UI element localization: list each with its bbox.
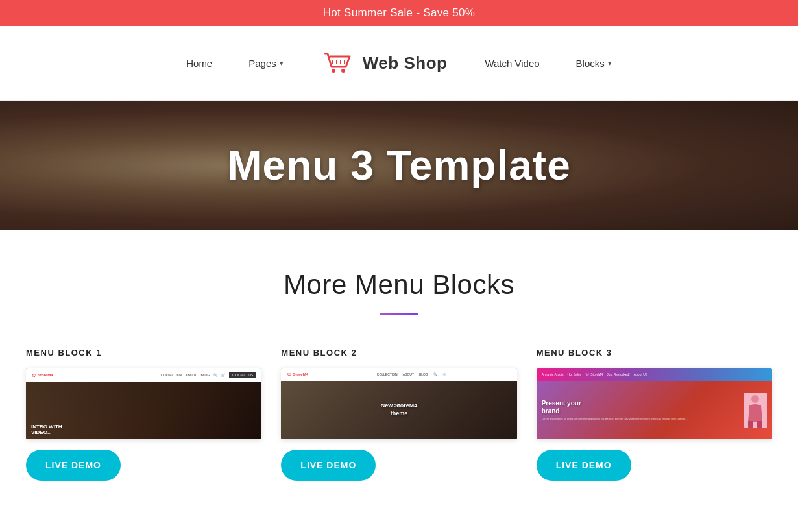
block-3-mini-title: Present yourbrand bbox=[542, 400, 739, 415]
block-1-contact-btn: CONTACT US bbox=[229, 372, 256, 378]
svg-point-12 bbox=[588, 375, 588, 376]
block-1-mini-nav: StoreM4 COLLECTIONABOUTBLOG 🔍🛒 CONTACT U… bbox=[26, 368, 261, 382]
block-3-text-area: Present yourbrand Lorem ipsum dolor sit … bbox=[542, 400, 739, 421]
block-2-preview: StoreM4 COLLECTIONABOUTBLOG 🔍🛒 New Store… bbox=[281, 368, 516, 439]
block-3-nav-item-2: Hot Sales bbox=[568, 372, 582, 376]
blocks-dropdown-arrow: ▾ bbox=[608, 59, 612, 67]
nav-blocks-label: Blocks bbox=[576, 58, 605, 69]
nav-watch-video[interactable]: Watch Video bbox=[466, 58, 557, 69]
svg-point-10 bbox=[289, 376, 290, 376]
blocks-grid: MENU BLOCK 1 StoreM4 COLLECTIONABOUTBLOG… bbox=[26, 348, 772, 481]
block-3-nav-item-4: About US bbox=[634, 372, 647, 376]
nav-blocks[interactable]: Blocks ▾ bbox=[558, 58, 630, 69]
block-3-mini-image bbox=[744, 393, 767, 428]
svg-point-7 bbox=[32, 376, 33, 377]
main-nav: Home Pages ▾ Web Shop Watch Video bbox=[0, 26, 798, 101]
svg-point-8 bbox=[34, 376, 35, 377]
logo-link[interactable]: Web Shop bbox=[302, 46, 467, 80]
block-3-mini-body: Lorem ipsum dolor sit amet, consectetur … bbox=[542, 417, 739, 421]
banner-text: Hot Summer Sale - Save 50% bbox=[323, 6, 476, 19]
section-divider bbox=[380, 313, 418, 315]
svg-point-1 bbox=[332, 69, 335, 73]
svg-rect-0 bbox=[321, 46, 355, 80]
main-content: More Menu Blocks MENU BLOCK 1 StoreM4 CO… bbox=[0, 230, 798, 507]
block-1-mini-text: INTRO WITHVIDEO... bbox=[31, 424, 62, 436]
block-3-mini-nav: Anna de Aradis Hot Sales StoreM4 Just Re… bbox=[537, 368, 772, 381]
menu-block-3: MENU BLOCK 3 Anna de Aradis Hot Sales St… bbox=[537, 348, 772, 481]
svg-point-9 bbox=[288, 376, 289, 376]
block-1-mini-links: COLLECTIONABOUTBLOG 🔍🛒 bbox=[161, 373, 225, 377]
nav-home[interactable]: Home bbox=[168, 58, 230, 69]
nav-pages-label: Pages bbox=[248, 58, 276, 69]
block-3-nav-logo: StoreM4 bbox=[585, 372, 603, 376]
hero-section: Menu 3 Template bbox=[0, 101, 798, 230]
block-2-mini-text: New StoreM4theme bbox=[381, 402, 418, 417]
block-1-preview: StoreM4 COLLECTIONABOUTBLOG 🔍🛒 CONTACT U… bbox=[26, 368, 261, 439]
cart-logo-icon bbox=[321, 46, 355, 80]
top-banner: Hot Summer Sale - Save 50% bbox=[0, 0, 798, 26]
pages-dropdown-arrow: ▾ bbox=[280, 59, 284, 67]
svg-rect-15 bbox=[748, 421, 753, 428]
block-2-live-demo-button[interactable]: LIVE DEMO bbox=[281, 450, 376, 481]
svg-point-11 bbox=[586, 375, 587, 376]
svg-point-2 bbox=[341, 69, 345, 73]
nav-pages[interactable]: Pages ▾ bbox=[230, 58, 302, 69]
block-1-live-demo-button[interactable]: LIVE DEMO bbox=[26, 450, 121, 481]
block-3-nav-item-3: Just Restocked! bbox=[607, 372, 630, 376]
block-3-preview: Anna de Aradis Hot Sales StoreM4 Just Re… bbox=[537, 368, 772, 439]
block-3-label: MENU BLOCK 3 bbox=[537, 348, 772, 357]
block-2-mini-links: COLLECTIONABOUTBLOG 🔍🛒 bbox=[377, 372, 446, 376]
block-2-label: MENU BLOCK 2 bbox=[281, 348, 516, 357]
section-title: More Menu Blocks bbox=[26, 269, 772, 300]
nav-inner: Home Pages ▾ Web Shop Watch Video bbox=[42, 46, 756, 80]
block-2-mini-logo: StoreM4 bbox=[286, 372, 308, 377]
block-3-live-demo-button[interactable]: LIVE DEMO bbox=[537, 450, 631, 481]
block-2-mini-hero: New StoreM4theme bbox=[281, 381, 516, 439]
logo-text: Web Shop bbox=[363, 53, 448, 73]
block-3-mini-hero: Present yourbrand Lorem ipsum dolor sit … bbox=[537, 381, 772, 439]
svg-point-14 bbox=[751, 395, 759, 403]
menu-block-1: MENU BLOCK 1 StoreM4 COLLECTIONABOUTBLOG… bbox=[26, 348, 261, 481]
block-2-mini-nav: StoreM4 COLLECTIONABOUTBLOG 🔍🛒 bbox=[281, 368, 516, 381]
svg-rect-16 bbox=[757, 421, 762, 428]
menu-block-2: MENU BLOCK 2 StoreM4 COLLECTIONABOUTBLOG… bbox=[281, 348, 516, 481]
block-1-mini-hero: INTRO WITHVIDEO... bbox=[26, 382, 261, 439]
block-1-mini-logo: StoreM4 bbox=[31, 372, 53, 378]
block-3-nav-item-1: Anna de Aradis bbox=[542, 372, 564, 376]
hero-title: Menu 3 Template bbox=[227, 141, 570, 189]
block-1-label: MENU BLOCK 1 bbox=[26, 348, 261, 357]
